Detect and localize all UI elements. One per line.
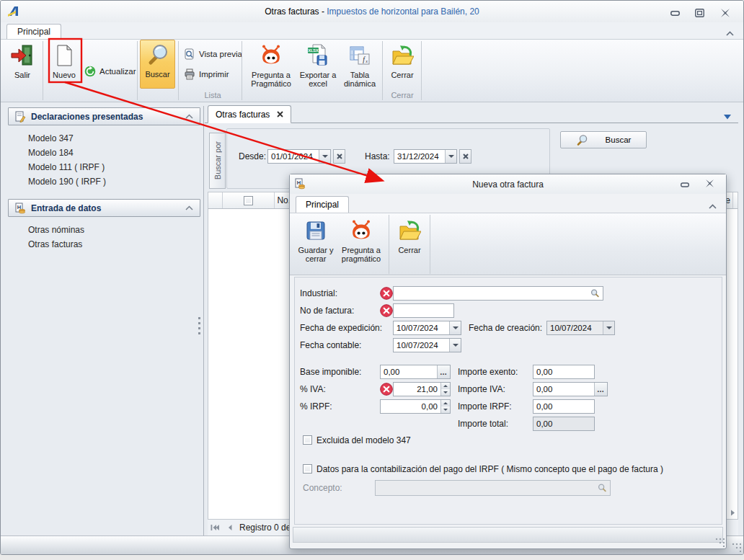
exportar-excel-button[interactable]: XLSX Exportar a excel: [298, 41, 338, 92]
importe-iva-input[interactable]: [533, 383, 594, 396]
vista-previa-button[interactable]: Vista previa: [184, 48, 242, 60]
desde-date-picker[interactable]: [267, 149, 331, 164]
sidebar-section-entrada-datos[interactable]: H Entrada de datos: [8, 199, 200, 217]
minimize-button[interactable]: [667, 7, 683, 19]
salir-button[interactable]: Salir: [5, 41, 40, 92]
grid-select-all-column[interactable]: [223, 192, 275, 208]
buscar-por-vertical-tab[interactable]: Buscar por: [209, 133, 226, 189]
dialog-pregunta-pragmatico-button[interactable]: Pregunta a pragmático: [337, 216, 385, 267]
pct-irpf-stepper[interactable]: [380, 399, 451, 414]
sidebar: Declaraciones presentadas Modelo 347 Mod…: [6, 106, 204, 535]
industrial-input[interactable]: [394, 287, 587, 300]
actualizar-button[interactable]: Actualizar: [84, 66, 136, 77]
cerrar-button[interactable]: Cerrar: [386, 41, 419, 92]
guardar-cerrar-button[interactable]: Guardar y cerrar: [296, 216, 336, 267]
dialog-tab-principal[interactable]: Principal: [296, 196, 349, 213]
nav-prev-icon[interactable]: [224, 523, 235, 533]
resize-grip[interactable]: [732, 543, 741, 552]
sidebar-section-declaraciones[interactable]: Declaraciones presentadas: [8, 107, 200, 125]
sidebar-item-modelo-347[interactable]: Modelo 347: [6, 131, 203, 146]
ribbon-separator: [421, 41, 422, 100]
nuevo-button[interactable]: Nuevo: [47, 41, 81, 92]
importe-iva-ellipsis-button[interactable]: …: [594, 383, 607, 396]
sidebar-item-modelo-184[interactable]: Modelo 184: [6, 146, 203, 160]
dialog-footer-bar: [293, 527, 723, 543]
scroll-right-icon[interactable]: [730, 506, 735, 519]
tab-list-dropdown-icon[interactable]: [724, 110, 731, 123]
tab-principal[interactable]: Principal: [6, 24, 61, 40]
pct-iva-input[interactable]: [394, 383, 440, 396]
tab-close-icon[interactable]: [277, 111, 283, 117]
imprimir-button[interactable]: Imprimir: [184, 68, 229, 80]
fecha-expedicion-input[interactable]: [394, 321, 449, 334]
buscar-button[interactable]: Buscar: [140, 40, 175, 89]
nav-first-icon[interactable]: [209, 523, 220, 533]
pct-irpf-input[interactable]: [381, 400, 440, 413]
sidebar-item-modelo-111[interactable]: Modelo 111 ( IRPF ): [6, 160, 203, 174]
collapse-icon[interactable]: [185, 205, 194, 211]
fecha-contable-dropdown-icon[interactable]: [449, 339, 461, 352]
ribbon-separator: [43, 41, 43, 100]
industrial-lookup[interactable]: [393, 286, 603, 301]
error-icon: [380, 287, 393, 300]
fecha-creacion-input[interactable]: [547, 321, 603, 334]
collapse-icon[interactable]: [185, 113, 194, 120]
importe-iva-field[interactable]: …: [533, 382, 608, 396]
tabla-dinamica-button[interactable]: fx Tabla dinámica: [340, 41, 380, 92]
title-bar: Otras facturas - Impuestos de horizontal…: [1, 1, 743, 22]
base-imponible-ellipsis-button[interactable]: …: [437, 365, 450, 378]
dialog-close-button[interactable]: [701, 177, 717, 189]
industrial-search-icon[interactable]: [587, 287, 603, 300]
ribbon-collapse-icon[interactable]: [725, 27, 735, 40]
desde-clear-button[interactable]: [333, 149, 345, 164]
fecha-expedicion-dropdown-icon[interactable]: [449, 321, 461, 334]
industrial-label: Industrial:: [300, 288, 337, 298]
importe-irpf-input[interactable]: [533, 399, 595, 414]
document-tab-otras-facturas[interactable]: Otras facturas: [208, 105, 291, 123]
dialog-cerrar-button[interactable]: Cerrar: [392, 216, 427, 267]
close-button[interactable]: [717, 7, 733, 19]
ribbon: Salir Nuevo Actualizar Buscar: [1, 39, 743, 102]
fecha-creacion-dropdown-icon[interactable]: [603, 321, 614, 334]
hasta-input[interactable]: [394, 150, 445, 163]
fecha-contable-input[interactable]: [394, 339, 449, 352]
hasta-dropdown-icon[interactable]: [445, 150, 456, 163]
pct-irpf-spinner[interactable]: [440, 400, 450, 413]
no-factura-input[interactable]: [393, 303, 454, 318]
desde-input[interactable]: [268, 150, 319, 163]
close-folder-icon: [398, 219, 421, 242]
sidebar-item-otras-nominas[interactable]: Otras nóminas: [6, 223, 203, 237]
hasta-date-picker[interactable]: [394, 149, 457, 164]
pregunta-pragmatico-button[interactable]: Pregunta a Pragmático: [246, 41, 296, 92]
sidebar-item-otras-facturas[interactable]: Otras facturas: [6, 237, 203, 252]
svg-text:x: x: [365, 59, 368, 63]
dialog-title-bar: H Nueva otra factura: [290, 174, 726, 194]
dialog-ribbon-collapse-icon[interactable]: [708, 200, 717, 213]
datos-irpf-checkbox[interactable]: [303, 464, 312, 474]
importe-exento-input[interactable]: [533, 365, 595, 379]
fecha-creacion-picker[interactable]: [546, 321, 615, 335]
maximize-button[interactable]: [691, 7, 707, 19]
fecha-contable-picker[interactable]: [393, 338, 461, 352]
pct-iva-stepper[interactable]: [393, 382, 451, 396]
hasta-clear-button[interactable]: [459, 149, 471, 164]
sidebar-item-modelo-190[interactable]: Modelo 190 ( IRPF ): [6, 174, 203, 189]
pct-iva-spinner[interactable]: [440, 383, 450, 396]
desde-dropdown-icon[interactable]: [319, 150, 330, 163]
save-icon: [304, 219, 327, 242]
application-window: Otras facturas - Impuestos de horizontal…: [0, 0, 744, 555]
fecha-contable-label: Fecha contable:: [300, 340, 361, 350]
svg-text:XLSX: XLSX: [308, 48, 319, 53]
search-icon: [576, 134, 588, 146]
excluida-347-checkbox[interactable]: [303, 435, 312, 445]
dialog-minimize-button[interactable]: [677, 179, 693, 190]
dialog-resize-grip[interactable]: [715, 538, 725, 547]
no-factura-label: No de factura:: [300, 306, 354, 316]
base-imponible-input[interactable]: [381, 365, 437, 378]
fecha-expedicion-picker[interactable]: [393, 321, 461, 335]
buscar-filter-button[interactable]: Buscar: [560, 131, 647, 148]
select-all-checkbox[interactable]: [244, 196, 253, 205]
base-imponible-field[interactable]: …: [380, 365, 451, 379]
splitter-handle[interactable]: [198, 316, 201, 334]
importe-irpf-label: Importe IRPF:: [458, 401, 512, 412]
